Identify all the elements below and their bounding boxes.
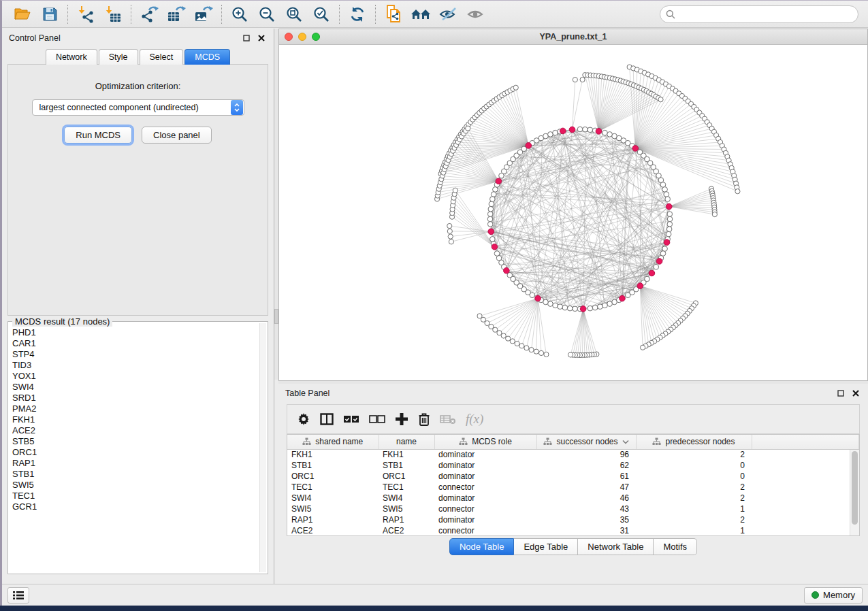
network-node[interactable] <box>553 130 558 135</box>
tab-network[interactable]: Network <box>46 49 97 65</box>
table-cell[interactable]: ACE2 <box>287 525 379 536</box>
network-node[interactable] <box>654 264 659 269</box>
export-network-button[interactable] <box>135 3 163 26</box>
network-node[interactable] <box>553 303 558 308</box>
mcds-result-item[interactable]: RAP1 <box>12 458 258 469</box>
show-all-button[interactable] <box>462 3 489 26</box>
leaf-node[interactable] <box>515 341 519 346</box>
network-node[interactable] <box>491 192 496 197</box>
network-node[interactable] <box>667 212 673 217</box>
network-node[interactable] <box>494 251 500 257</box>
table-scrollbar[interactable] <box>850 450 859 535</box>
network-node[interactable] <box>487 216 493 222</box>
search-input[interactable] <box>679 10 852 19</box>
column-header-shared-name[interactable]: shared name <box>287 435 379 449</box>
leaf-node[interactable] <box>735 189 740 194</box>
table-cell[interactable]: 62 <box>536 460 636 471</box>
leaf-node[interactable] <box>448 234 453 239</box>
mcds-result-item[interactable]: ORC1 <box>12 447 258 458</box>
tab-edge-table[interactable]: Edge Table <box>514 538 578 555</box>
leaf-node[interactable] <box>519 344 524 348</box>
mcds-hub-node[interactable] <box>632 146 639 152</box>
run-mcds-button[interactable]: Run MCDS <box>64 127 132 144</box>
table-cell[interactable]: FKH1 <box>287 449 379 460</box>
first-neighbors-button[interactable] <box>407 3 434 26</box>
table-cell[interactable]: 47 <box>536 482 636 493</box>
export-table-button[interactable] <box>163 3 190 26</box>
network-node[interactable] <box>666 227 672 232</box>
table-scrollbar-thumb[interactable] <box>852 451 858 525</box>
leaf-node[interactable] <box>501 333 506 338</box>
column-header-predecessor-nodes[interactable]: predecessor nodes <box>636 435 752 449</box>
network-node[interactable] <box>562 305 568 310</box>
table-cell[interactable]: 2 <box>636 493 752 503</box>
float-table-panel-button[interactable] <box>835 388 846 399</box>
table-cell[interactable]: 31 <box>536 525 636 536</box>
network-node[interactable] <box>487 222 493 227</box>
table-cell[interactable]: 0 <box>636 471 752 482</box>
network-node[interactable] <box>573 306 578 312</box>
close-table-panel-button[interactable] <box>850 388 861 399</box>
table-cell[interactable]: ACE2 <box>379 525 434 536</box>
tab-motifs[interactable]: Motifs <box>654 538 697 555</box>
table-cell[interactable]: 1 <box>636 503 752 514</box>
network-node[interactable] <box>489 201 494 207</box>
mcds-result-item[interactable]: YOX1 <box>12 371 258 382</box>
mcds-hub-node[interactable] <box>492 244 498 250</box>
tab-network-table[interactable]: Network Table <box>578 538 654 555</box>
tab-node-table[interactable]: Node Table <box>449 538 515 555</box>
close-panel-button-mcds[interactable]: Close panel <box>142 127 212 144</box>
table-row[interactable]: SWI4SWI4dominator462 <box>287 493 859 503</box>
leaf-node[interactable] <box>568 352 573 357</box>
import-network-button[interactable] <box>72 3 99 26</box>
table-cell[interactable]: dominator <box>434 460 536 471</box>
leaf-node[interactable] <box>493 327 498 332</box>
table-cell[interactable]: dominator <box>434 449 536 460</box>
deselect-all-button[interactable] <box>369 415 385 423</box>
network-node[interactable] <box>667 222 673 227</box>
mcds-hub-node[interactable] <box>580 306 586 312</box>
mcds-result-item[interactable]: STB1 <box>12 469 258 480</box>
leaf-node[interactable] <box>447 223 452 228</box>
leaf-node[interactable] <box>580 77 585 82</box>
leaf-node[interactable] <box>529 348 534 352</box>
table-cell[interactable]: 61 <box>536 471 636 482</box>
table-cell[interactable]: 2 <box>636 449 752 460</box>
network-canvas[interactable] <box>279 45 867 380</box>
table-cell[interactable]: STB1 <box>379 460 434 471</box>
table-cell[interactable]: 2 <box>636 482 752 493</box>
leaf-node[interactable] <box>453 188 457 193</box>
save-session-button[interactable] <box>36 3 63 26</box>
network-node[interactable] <box>567 306 573 311</box>
network-node[interactable] <box>592 305 598 310</box>
leaf-node[interactable] <box>510 339 515 344</box>
delete-column-button[interactable] <box>418 412 430 427</box>
table-cell[interactable]: 0 <box>636 460 752 471</box>
close-window-icon[interactable] <box>285 33 293 41</box>
mcds-hub-node[interactable] <box>656 259 662 265</box>
minimize-window-icon[interactable] <box>298 33 306 41</box>
function-builder-button[interactable]: f(x) <box>466 412 483 427</box>
delete-table-button[interactable] <box>440 414 456 425</box>
leaf-node[interactable] <box>712 212 717 216</box>
leaf-node[interactable] <box>447 229 452 233</box>
mcds-hub-node[interactable] <box>504 267 510 274</box>
network-node[interactable] <box>598 304 603 310</box>
mcds-hub-node[interactable] <box>496 178 502 184</box>
table-cell[interactable]: connector <box>434 503 536 514</box>
mcds-result-item[interactable]: GCR1 <box>12 501 258 512</box>
mcds-result-item[interactable]: TEC1 <box>12 491 258 501</box>
leaf-node[interactable] <box>640 345 645 350</box>
network-titlebar[interactable]: YPA_prune.txt_1 <box>279 29 867 45</box>
maximize-window-icon[interactable] <box>312 33 320 41</box>
table-cell[interactable]: TEC1 <box>379 482 434 493</box>
network-node[interactable] <box>490 237 496 242</box>
table-cell[interactable]: connector <box>434 482 536 493</box>
network-node[interactable] <box>588 127 593 133</box>
leaf-node[interactable] <box>477 314 482 318</box>
optimization-criterion-select[interactable]: largest connected component (undirected) <box>32 99 244 116</box>
table-cell[interactable]: SWI5 <box>287 503 379 514</box>
mcds-result-item[interactable]: FKH1 <box>12 414 258 425</box>
leaf-node[interactable] <box>466 126 470 131</box>
table-cell[interactable]: SWI4 <box>287 493 379 503</box>
